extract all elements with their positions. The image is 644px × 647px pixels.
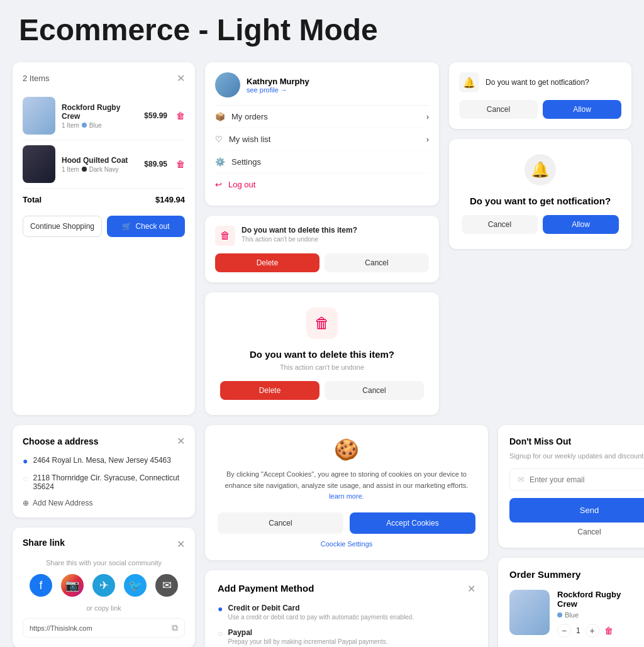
- cart-item-sub: 1 Item Blue: [62, 122, 138, 129]
- menu-item-logout[interactable]: ↩Log out: [215, 174, 429, 196]
- checkout-button[interactable]: 🛒 Check out: [107, 216, 185, 237]
- payment-option-name: Paypal: [228, 628, 387, 637]
- email-input-row: ✉: [509, 468, 644, 490]
- cookie-text: By clicking "Accept Cookies", you agree …: [218, 469, 475, 502]
- radio-selected-icon: ●: [23, 456, 28, 466]
- cookie-accept-button[interactable]: Accept Cookies: [350, 512, 475, 534]
- delete-dialog-small: 🗑 Do you want to delete this item? This …: [205, 216, 439, 282]
- profile-card: Kathryn Murphy see profile → 📦My orders …: [205, 62, 439, 206]
- page-title: Ecommerce - Light Mode: [13, 13, 631, 47]
- settings-icon: ⚙️: [215, 157, 225, 167]
- learn-more-link[interactable]: learn more.: [329, 492, 364, 500]
- copy-icon[interactable]: ⧉: [172, 622, 178, 633]
- logout-icon: ↩: [215, 180, 222, 189]
- email-input[interactable]: [530, 475, 644, 484]
- menu-item-settings[interactable]: ⚙️Settings: [215, 151, 429, 174]
- increase-qty-button[interactable]: +: [586, 624, 599, 638]
- orders-icon: 📦: [215, 112, 225, 121]
- cart-icon: 🛒: [122, 222, 131, 231]
- address-item[interactable]: ● 2464 Royal Ln. Mesa, New Jersey 45463: [23, 456, 185, 466]
- cart-item: Rockford Rugby Crew 1 Item Blue $59.99 🗑: [23, 92, 185, 140]
- address-item[interactable]: ○ 2118 Thornridge Cir. Syracuse, Connect…: [23, 473, 185, 491]
- cancel-button[interactable]: Cancel: [459, 100, 538, 119]
- chevron-right-icon: ›: [426, 135, 429, 144]
- address-text: 2464 Royal Ln. Mesa, New Jersey 45463: [33, 456, 170, 465]
- menu-item-wishlist[interactable]: ♡My wish list ›: [215, 128, 429, 151]
- cart-card: 2 Items ✕ Rockford Rugby Crew 1 Item Blu…: [13, 62, 195, 415]
- profile-header: Kathryn Murphy see profile →: [215, 72, 429, 106]
- profile-name: Kathryn Murphy: [247, 77, 309, 86]
- cart-item-price: $89.95: [144, 160, 167, 169]
- color-dot: [82, 167, 87, 172]
- dont-miss-title: Don't Miss Out: [509, 436, 571, 448]
- trash-icon: 🗑: [215, 226, 235, 246]
- cookie-emoji: 🍪: [218, 438, 475, 462]
- cart-item-image: [23, 145, 55, 183]
- payment-option-card[interactable]: ● Credit or Debit Card Use a credit or d…: [218, 604, 475, 621]
- order-item-name: Rockford Rugby Crew: [557, 590, 638, 609]
- decrease-qty-button[interactable]: −: [557, 624, 571, 638]
- payment-option-sub: Prepay your bill by making incremental P…: [228, 638, 387, 645]
- share-close-button[interactable]: ✕: [177, 538, 185, 550]
- telegram-icon[interactable]: ✈: [92, 574, 115, 597]
- cart-actions: Continue Shopping 🛒 Check out: [23, 216, 185, 237]
- share-subtitle: Share this with your social community: [23, 559, 185, 567]
- payment-close-button[interactable]: ✕: [467, 583, 475, 595]
- twitter-icon[interactable]: 🐦: [124, 574, 147, 597]
- send-button[interactable]: Send: [509, 498, 644, 523]
- continue-shopping-button[interactable]: Continue Shopping: [23, 216, 102, 237]
- cart-item-name: Rockford Rugby Crew: [62, 103, 138, 121]
- order-summary-card: Order Summery ✕ Rockford Rugby Crew Blue…: [498, 558, 644, 647]
- cart-total: Total $149.94: [23, 189, 185, 211]
- address-text: 2118 Thornridge Cir. Syracuse, Connectic…: [33, 473, 185, 491]
- payment-option-name: Credit or Debit Card: [228, 604, 414, 612]
- address-close-button[interactable]: ✕: [177, 435, 185, 447]
- cookie-banner: 🍪 By clicking "Accept Cookies", you agre…: [205, 425, 488, 560]
- cancel-button[interactable]: Cancel: [462, 215, 538, 234]
- delete-button[interactable]: Delete: [220, 381, 319, 400]
- add-address-button[interactable]: ⊕ Add New Address: [23, 499, 185, 507]
- trash-icon: 🗑: [306, 307, 338, 339]
- payment-option-sub: Use a credit or debit card to pay with a…: [228, 614, 414, 621]
- dialog-subtitle: This action can't be undone: [220, 363, 424, 371]
- payment-option-paypal[interactable]: ○ Paypal Prepay your bill by making incr…: [218, 628, 475, 645]
- trash-icon[interactable]: 🗑: [176, 159, 185, 169]
- order-item: Rockford Rugby Crew Blue − 1 + 🗑 $59.99: [509, 590, 644, 638]
- cookie-settings-link[interactable]: Coockie Settings: [218, 540, 475, 548]
- dialog-subtitle: This action can't be undone: [242, 236, 357, 243]
- order-item-image: [509, 590, 550, 635]
- facebook-icon[interactable]: f: [30, 574, 52, 597]
- trash-icon[interactable]: 🗑: [176, 111, 185, 121]
- dialog-title: Do you want to delete this item?: [242, 226, 357, 235]
- see-profile-link[interactable]: see profile →: [247, 86, 309, 94]
- delete-button[interactable]: Delete: [215, 253, 319, 272]
- trash-icon[interactable]: 🗑: [604, 626, 613, 636]
- heart-icon: ♡: [215, 135, 223, 144]
- order-title: Order Summery: [509, 569, 580, 581]
- avatar: [215, 72, 240, 97]
- cancel-button[interactable]: Cancel: [325, 253, 429, 272]
- or-copy-label: or copy link: [23, 604, 185, 612]
- address-title: Choose a address: [23, 436, 99, 446]
- cart-item: Hood Quilted Coat 1 Item Dark Navy $89.9…: [23, 140, 185, 189]
- cart-close-button[interactable]: ✕: [177, 72, 185, 84]
- allow-button[interactable]: Allow: [543, 100, 621, 119]
- instagram-icon[interactable]: 📷: [61, 574, 84, 597]
- payment-title: Add Payment Method: [218, 583, 314, 595]
- cart-item-image: [23, 97, 55, 135]
- dont-miss-card: Don't Miss Out ✕ Signup for our weekly u…: [498, 425, 644, 548]
- dont-miss-subtitle: Signup for our weekly updates and discou…: [509, 452, 644, 460]
- menu-item-orders[interactable]: 📦My orders ›: [215, 106, 429, 128]
- notif-title: Do you want to get notfication?: [486, 78, 589, 87]
- allow-button[interactable]: Allow: [543, 215, 619, 234]
- cookie-cancel-button[interactable]: Cancel: [218, 512, 343, 534]
- share-link-card: Share link ✕ Share this with your social…: [13, 528, 195, 647]
- copy-link-input[interactable]: [30, 624, 168, 632]
- copy-link-row: ⧉: [23, 618, 185, 638]
- cancel-button[interactable]: Cancel: [325, 381, 424, 400]
- cart-title: 2 Items: [23, 74, 50, 83]
- color-dot: [557, 612, 562, 617]
- email-icon[interactable]: ✉: [155, 574, 178, 597]
- quantity-value: 1: [576, 626, 580, 635]
- cancel-link[interactable]: Cancel: [509, 528, 644, 536]
